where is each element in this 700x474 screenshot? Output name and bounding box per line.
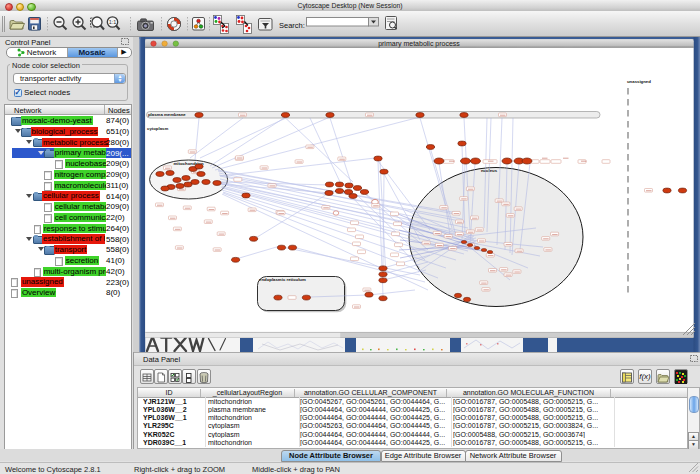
svg-text:unassigned: unassigned <box>627 79 651 84</box>
svg-text:cytoplasm: cytoplasm <box>147 126 168 131</box>
svg-text:1:1: 1:1 <box>109 19 117 25</box>
svg-text:primary metabolic process: primary metabolic process <box>378 40 460 48</box>
svg-text:endoplasmic reticulum: endoplasmic reticulum <box>259 277 306 282</box>
svg-text:plasma membrane: plasma membrane <box>148 112 186 117</box>
svg-text:Search:: Search: <box>279 21 305 30</box>
